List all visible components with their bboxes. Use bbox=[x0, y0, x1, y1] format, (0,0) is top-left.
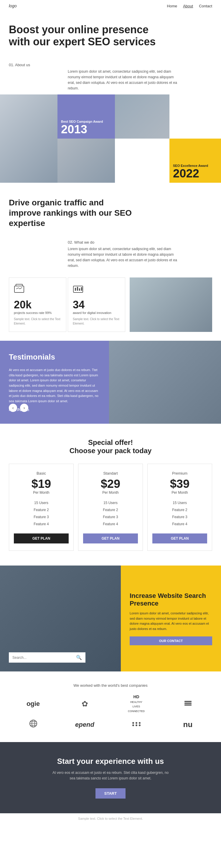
svg-rect-12 bbox=[185, 704, 192, 706]
svg-rect-1 bbox=[16, 284, 22, 286]
svg-rect-9 bbox=[81, 287, 82, 291]
svg-point-20 bbox=[139, 722, 141, 724]
nav-contact[interactable]: Contact bbox=[199, 4, 212, 8]
plan-name-standart: Standart bbox=[83, 471, 138, 475]
awards-grid: Best SEO Campaign Award 2013 SEO Excelle… bbox=[0, 94, 221, 183]
plan-feature: 15 Users bbox=[83, 499, 138, 506]
price-card-standart: Standart $29 Per Month 15 Users Feature … bbox=[78, 464, 143, 551]
contact-button[interactable]: OUR CONTACT bbox=[130, 637, 212, 645]
svg-rect-0 bbox=[15, 286, 24, 292]
footer-note: Sample text. Click to select the Text El… bbox=[0, 813, 221, 824]
award-empty-2 bbox=[115, 138, 169, 183]
plan-button-premium[interactable]: GET PLAN bbox=[153, 533, 207, 544]
svg-rect-10 bbox=[185, 701, 192, 702]
svg-point-21 bbox=[132, 724, 134, 726]
nav-logo: logo bbox=[9, 3, 17, 8]
stat-number-0: 20k bbox=[14, 299, 61, 311]
plan-period-basic: Per Month bbox=[14, 491, 68, 495]
svg-rect-7 bbox=[77, 287, 78, 291]
plan-name-premium: Premium bbox=[153, 471, 207, 475]
price-card-basic: Basic $19 Per Month 15 Users Feature 2 F… bbox=[9, 464, 74, 551]
award-2013-year: 2013 bbox=[61, 123, 111, 135]
pricing-section: Special offer!Choose your pack today Bas… bbox=[0, 424, 221, 565]
plan-price-standart: $29 bbox=[83, 477, 138, 491]
search-overlay-title: Increase Website Search Presence bbox=[130, 592, 212, 607]
partners-intro: We worked with the world's best companie… bbox=[9, 683, 212, 688]
stat-label-0: projects success rate 99% bbox=[14, 311, 61, 314]
svg-point-22 bbox=[136, 724, 137, 726]
stat-label-1: award for digital innovation bbox=[73, 311, 120, 314]
testimonials-body: At vero eos et accusam et justo duo dolo… bbox=[9, 368, 100, 404]
plan-features-standart: 15 Users Feature 2 Feature 3 Feature 4 bbox=[83, 499, 138, 528]
partner-icon-layers bbox=[184, 699, 192, 709]
search-overlay-body: Lorem ipsum dolor sit amet, consetetur s… bbox=[130, 611, 212, 631]
plan-price-premium: $39 bbox=[153, 477, 207, 491]
cta-start-button[interactable]: START bbox=[95, 788, 126, 799]
award-2022: SEO Excellence Award 2022 bbox=[169, 138, 221, 183]
award-2013: Best SEO Campaign Award 2013 bbox=[57, 94, 115, 138]
plan-price-basic: $19 bbox=[14, 477, 68, 491]
nav-home[interactable]: Home bbox=[167, 4, 177, 8]
partner-icon-flower: ✿ bbox=[82, 700, 88, 709]
whatwedo-body: Lorem ipsum dolor sit amet, consectetur … bbox=[68, 246, 180, 269]
plan-feature: Feature 4 bbox=[153, 521, 207, 528]
svg-point-23 bbox=[139, 724, 141, 726]
plan-feature: Feature 3 bbox=[153, 514, 207, 521]
price-card-premium: Premium $39 Per Month 15 Users Feature 2… bbox=[147, 464, 212, 551]
svg-rect-6 bbox=[75, 288, 76, 291]
plan-feature: 15 Users bbox=[153, 499, 207, 506]
plan-button-basic[interactable]: GET PLAN bbox=[14, 533, 68, 544]
hero-headline: Boost your online presence with our expe… bbox=[9, 24, 156, 48]
search-section: Increase Website Search Presence Lorem i… bbox=[0, 565, 221, 672]
plan-feature: Feature 2 bbox=[153, 506, 207, 514]
stat-card-0: 20k projects success rate 99% Sample tex… bbox=[9, 277, 66, 332]
plan-feature: Feature 4 bbox=[83, 521, 138, 528]
about-section: 01. About us Lorem ipsum dolor sit amet,… bbox=[0, 57, 221, 94]
stat-desc-1: Sample text. Click to select the Text El… bbox=[73, 317, 120, 326]
svg-line-3 bbox=[19, 288, 20, 289]
hero-section: Boost your online presence with our expe… bbox=[0, 12, 221, 57]
nav-about[interactable]: About bbox=[183, 4, 193, 8]
plan-feature: Feature 2 bbox=[83, 506, 138, 514]
plan-period-premium: Per Month bbox=[153, 491, 207, 495]
plan-feature: Feature 2 bbox=[14, 506, 68, 514]
pricing-headline: Special offer!Choose your pack today bbox=[9, 438, 212, 455]
award-empty-1 bbox=[169, 94, 221, 138]
svg-point-18 bbox=[132, 722, 134, 724]
cta-headline: Start your experience with us bbox=[9, 757, 212, 766]
plan-feature: Feature 4 bbox=[14, 521, 68, 528]
section2-headline: Drive organic traffic and improve rankin… bbox=[9, 197, 133, 228]
svg-line-2 bbox=[16, 288, 19, 289]
testimonials-photo bbox=[109, 341, 221, 424]
partners-section: We worked with the world's best companie… bbox=[0, 672, 221, 742]
partner-icon-dots bbox=[132, 720, 141, 729]
search-overlay: Increase Website Search Presence Lorem i… bbox=[121, 565, 221, 672]
stat-number-1: 34 bbox=[73, 299, 120, 311]
nav-links: Home About Contact bbox=[167, 4, 212, 8]
plan-feature: 15 Users bbox=[14, 499, 68, 506]
partners-grid: ogie ✿ HDHEALTHYLIVESCONNECTED epend bbox=[9, 695, 212, 730]
partner-ogie: ogie bbox=[27, 700, 40, 708]
plan-button-standart[interactable]: GET PLAN bbox=[83, 533, 138, 544]
partner-hd: HDHEALTHYLIVESCONNECTED bbox=[128, 695, 145, 713]
search-bar: 🔍 bbox=[9, 652, 85, 662]
partner-nu: nu bbox=[183, 720, 193, 729]
about-number: 01. About us bbox=[9, 63, 212, 67]
partner-icon-globe bbox=[29, 719, 38, 730]
about-body: Lorem ipsum dolor sit amet, consectetur … bbox=[68, 69, 180, 92]
stat-card-1: 34 award for digital innovation Sample t… bbox=[68, 277, 125, 332]
pricing-grid: Basic $19 Per Month 15 Users Feature 2 F… bbox=[9, 464, 212, 551]
award-photo-woman bbox=[0, 94, 57, 183]
testimonials-left: Testimonials At vero eos et accusam et j… bbox=[0, 341, 109, 424]
plan-period-standart: Per Month bbox=[83, 491, 138, 495]
award-photo-fashion bbox=[115, 94, 169, 138]
cta-body: At vero eos et accusam et justo et ea re… bbox=[52, 770, 169, 781]
plan-feature: Feature 3 bbox=[14, 514, 68, 521]
stat-desc-0: Sample text. Click to select the Text El… bbox=[14, 317, 61, 326]
testimonials-title: Testimonials bbox=[9, 352, 100, 362]
plan-feature: Feature 3 bbox=[83, 514, 138, 521]
whatwedo-number: 02. What we do bbox=[68, 240, 212, 245]
partner-epend: epend bbox=[75, 721, 94, 728]
plan-features-premium: 15 Users Feature 2 Feature 3 Feature 4 bbox=[153, 499, 207, 528]
search-input[interactable] bbox=[12, 656, 76, 660]
